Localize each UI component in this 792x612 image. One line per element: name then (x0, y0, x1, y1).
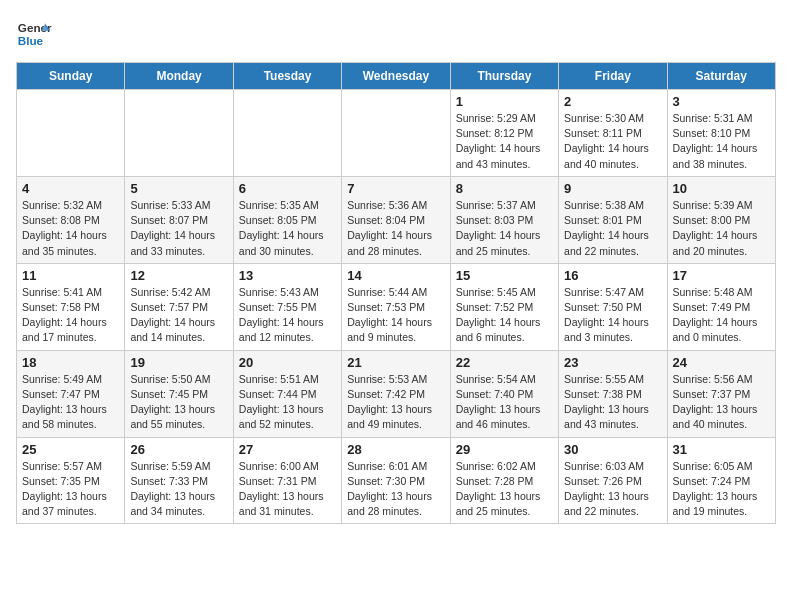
day-number: 14 (347, 268, 444, 283)
calendar-week-row: 25Sunrise: 5:57 AMSunset: 7:35 PMDayligh… (17, 437, 776, 524)
day-number: 16 (564, 268, 661, 283)
calendar-cell: 14Sunrise: 5:44 AMSunset: 7:53 PMDayligh… (342, 263, 450, 350)
day-number: 19 (130, 355, 227, 370)
calendar-cell: 15Sunrise: 5:45 AMSunset: 7:52 PMDayligh… (450, 263, 558, 350)
calendar-cell: 26Sunrise: 5:59 AMSunset: 7:33 PMDayligh… (125, 437, 233, 524)
calendar-cell: 9Sunrise: 5:38 AMSunset: 8:01 PMDaylight… (559, 176, 667, 263)
day-info: Sunrise: 5:36 AMSunset: 8:04 PMDaylight:… (347, 198, 444, 259)
calendar-cell: 20Sunrise: 5:51 AMSunset: 7:44 PMDayligh… (233, 350, 341, 437)
day-info: Sunrise: 5:39 AMSunset: 8:00 PMDaylight:… (673, 198, 770, 259)
day-number: 30 (564, 442, 661, 457)
calendar-cell: 29Sunrise: 6:02 AMSunset: 7:28 PMDayligh… (450, 437, 558, 524)
calendar-week-row: 4Sunrise: 5:32 AMSunset: 8:08 PMDaylight… (17, 176, 776, 263)
day-number: 7 (347, 181, 444, 196)
calendar-cell: 23Sunrise: 5:55 AMSunset: 7:38 PMDayligh… (559, 350, 667, 437)
day-info: Sunrise: 6:01 AMSunset: 7:30 PMDaylight:… (347, 459, 444, 520)
day-number: 4 (22, 181, 119, 196)
day-info: Sunrise: 5:42 AMSunset: 7:57 PMDaylight:… (130, 285, 227, 346)
calendar-week-row: 1Sunrise: 5:29 AMSunset: 8:12 PMDaylight… (17, 90, 776, 177)
day-info: Sunrise: 5:37 AMSunset: 8:03 PMDaylight:… (456, 198, 553, 259)
day-number: 5 (130, 181, 227, 196)
calendar-cell: 4Sunrise: 5:32 AMSunset: 8:08 PMDaylight… (17, 176, 125, 263)
day-info: Sunrise: 5:41 AMSunset: 7:58 PMDaylight:… (22, 285, 119, 346)
day-info: Sunrise: 5:51 AMSunset: 7:44 PMDaylight:… (239, 372, 336, 433)
calendar-cell: 30Sunrise: 6:03 AMSunset: 7:26 PMDayligh… (559, 437, 667, 524)
calendar-cell (17, 90, 125, 177)
calendar-cell: 31Sunrise: 6:05 AMSunset: 7:24 PMDayligh… (667, 437, 775, 524)
calendar-body: 1Sunrise: 5:29 AMSunset: 8:12 PMDaylight… (17, 90, 776, 524)
weekday-header-friday: Friday (559, 63, 667, 90)
calendar-cell: 21Sunrise: 5:53 AMSunset: 7:42 PMDayligh… (342, 350, 450, 437)
calendar-cell: 11Sunrise: 5:41 AMSunset: 7:58 PMDayligh… (17, 263, 125, 350)
calendar-cell: 17Sunrise: 5:48 AMSunset: 7:49 PMDayligh… (667, 263, 775, 350)
day-number: 10 (673, 181, 770, 196)
day-info: Sunrise: 6:03 AMSunset: 7:26 PMDaylight:… (564, 459, 661, 520)
day-info: Sunrise: 5:47 AMSunset: 7:50 PMDaylight:… (564, 285, 661, 346)
day-info: Sunrise: 5:43 AMSunset: 7:55 PMDaylight:… (239, 285, 336, 346)
day-number: 23 (564, 355, 661, 370)
weekday-header-tuesday: Tuesday (233, 63, 341, 90)
day-info: Sunrise: 5:44 AMSunset: 7:53 PMDaylight:… (347, 285, 444, 346)
day-number: 6 (239, 181, 336, 196)
day-info: Sunrise: 5:35 AMSunset: 8:05 PMDaylight:… (239, 198, 336, 259)
calendar-cell: 16Sunrise: 5:47 AMSunset: 7:50 PMDayligh… (559, 263, 667, 350)
day-number: 26 (130, 442, 227, 457)
day-info: Sunrise: 5:57 AMSunset: 7:35 PMDaylight:… (22, 459, 119, 520)
day-number: 21 (347, 355, 444, 370)
calendar-cell (125, 90, 233, 177)
day-info: Sunrise: 6:05 AMSunset: 7:24 PMDaylight:… (673, 459, 770, 520)
weekday-header-row: SundayMondayTuesdayWednesdayThursdayFrid… (17, 63, 776, 90)
calendar-cell: 22Sunrise: 5:54 AMSunset: 7:40 PMDayligh… (450, 350, 558, 437)
calendar-cell: 1Sunrise: 5:29 AMSunset: 8:12 PMDaylight… (450, 90, 558, 177)
calendar-cell: 3Sunrise: 5:31 AMSunset: 8:10 PMDaylight… (667, 90, 775, 177)
day-number: 24 (673, 355, 770, 370)
day-number: 17 (673, 268, 770, 283)
day-info: Sunrise: 5:48 AMSunset: 7:49 PMDaylight:… (673, 285, 770, 346)
calendar-week-row: 18Sunrise: 5:49 AMSunset: 7:47 PMDayligh… (17, 350, 776, 437)
calendar-cell: 5Sunrise: 5:33 AMSunset: 8:07 PMDaylight… (125, 176, 233, 263)
day-number: 9 (564, 181, 661, 196)
day-number: 28 (347, 442, 444, 457)
day-number: 25 (22, 442, 119, 457)
day-number: 12 (130, 268, 227, 283)
day-info: Sunrise: 5:54 AMSunset: 7:40 PMDaylight:… (456, 372, 553, 433)
calendar-cell: 10Sunrise: 5:39 AMSunset: 8:00 PMDayligh… (667, 176, 775, 263)
day-info: Sunrise: 5:50 AMSunset: 7:45 PMDaylight:… (130, 372, 227, 433)
weekday-header-monday: Monday (125, 63, 233, 90)
page-header: General Blue (16, 16, 776, 52)
calendar-cell: 27Sunrise: 6:00 AMSunset: 7:31 PMDayligh… (233, 437, 341, 524)
day-info: Sunrise: 5:29 AMSunset: 8:12 PMDaylight:… (456, 111, 553, 172)
day-info: Sunrise: 5:33 AMSunset: 8:07 PMDaylight:… (130, 198, 227, 259)
day-info: Sunrise: 5:38 AMSunset: 8:01 PMDaylight:… (564, 198, 661, 259)
day-number: 8 (456, 181, 553, 196)
calendar-cell: 2Sunrise: 5:30 AMSunset: 8:11 PMDaylight… (559, 90, 667, 177)
weekday-header-thursday: Thursday (450, 63, 558, 90)
day-info: Sunrise: 5:32 AMSunset: 8:08 PMDaylight:… (22, 198, 119, 259)
day-info: Sunrise: 5:31 AMSunset: 8:10 PMDaylight:… (673, 111, 770, 172)
calendar-cell: 19Sunrise: 5:50 AMSunset: 7:45 PMDayligh… (125, 350, 233, 437)
day-number: 31 (673, 442, 770, 457)
day-number: 15 (456, 268, 553, 283)
day-number: 3 (673, 94, 770, 109)
day-number: 18 (22, 355, 119, 370)
day-number: 27 (239, 442, 336, 457)
day-number: 22 (456, 355, 553, 370)
day-number: 2 (564, 94, 661, 109)
day-info: Sunrise: 6:00 AMSunset: 7:31 PMDaylight:… (239, 459, 336, 520)
logo: General Blue (16, 16, 56, 52)
day-info: Sunrise: 5:55 AMSunset: 7:38 PMDaylight:… (564, 372, 661, 433)
calendar-header: SundayMondayTuesdayWednesdayThursdayFrid… (17, 63, 776, 90)
day-number: 1 (456, 94, 553, 109)
calendar-cell: 12Sunrise: 5:42 AMSunset: 7:57 PMDayligh… (125, 263, 233, 350)
calendar-cell: 13Sunrise: 5:43 AMSunset: 7:55 PMDayligh… (233, 263, 341, 350)
calendar-cell (233, 90, 341, 177)
day-info: Sunrise: 5:53 AMSunset: 7:42 PMDaylight:… (347, 372, 444, 433)
day-number: 11 (22, 268, 119, 283)
weekday-header-wednesday: Wednesday (342, 63, 450, 90)
day-number: 13 (239, 268, 336, 283)
calendar-cell: 24Sunrise: 5:56 AMSunset: 7:37 PMDayligh… (667, 350, 775, 437)
day-info: Sunrise: 5:45 AMSunset: 7:52 PMDaylight:… (456, 285, 553, 346)
day-info: Sunrise: 6:02 AMSunset: 7:28 PMDaylight:… (456, 459, 553, 520)
day-info: Sunrise: 5:49 AMSunset: 7:47 PMDaylight:… (22, 372, 119, 433)
day-info: Sunrise: 5:30 AMSunset: 8:11 PMDaylight:… (564, 111, 661, 172)
